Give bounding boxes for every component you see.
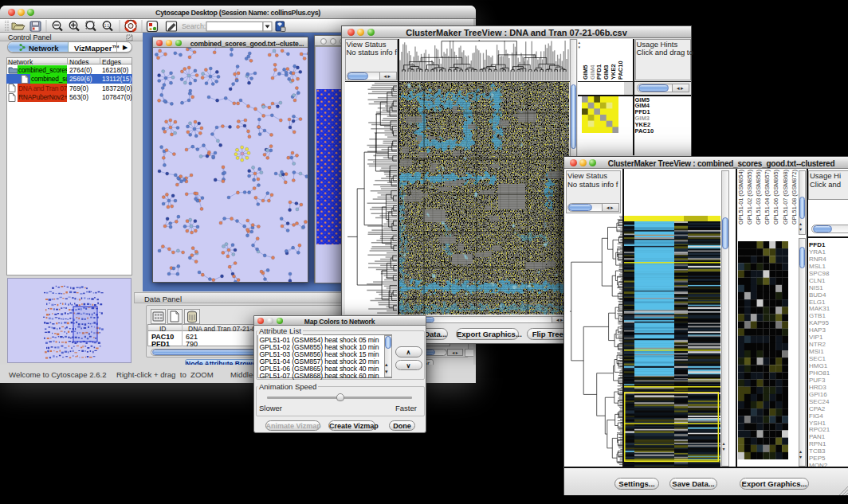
svg-text:1:1: 1:1 xyxy=(104,24,110,28)
svg-text:Search:: Search: xyxy=(182,22,206,30)
